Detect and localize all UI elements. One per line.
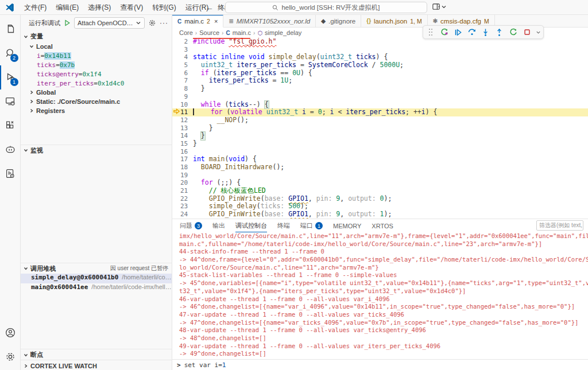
breadcrumb-item[interactable]: Core: [179, 29, 193, 36]
sidebar-item-search[interactable]: 2: [0, 41, 21, 65]
sidebar-item-explorer[interactable]: [0, 17, 21, 41]
gutter: [172, 172, 180, 180]
menu-item[interactable]: 查看(V): [115, 2, 148, 13]
code-line[interactable]: 22 GPIO_PinWrite(base: GPIO1, pin: 9, ou…: [172, 195, 588, 203]
start-debug-icon[interactable]: [64, 20, 71, 26]
line-number: 17: [180, 155, 193, 163]
code-editor[interactable]: 2#include "fsl_gpio.h"34static inline vo…: [172, 38, 588, 219]
code-line[interactable]: 11 for (volatile uint32_t i = 0; i < ite…: [172, 108, 588, 116]
step-out-icon[interactable]: [494, 28, 504, 37]
watch-section-header[interactable]: 监视: [21, 145, 172, 155]
code-line[interactable]: 12 __NOP();: [172, 116, 588, 124]
code-line[interactable]: 8 }: [172, 85, 588, 93]
breadcrumb-item[interactable]: Source: [199, 29, 219, 36]
code-line[interactable]: 6 if (iters_per_ticks == 0U) {: [172, 69, 588, 77]
files-icon: [4, 23, 17, 36]
console-line: imx/hello_world/Core/Source/main.c",line…: [179, 232, 588, 240]
breadcrumb-item[interactable]: simple_delay: [265, 29, 301, 36]
code-line[interactable]: 15}: [172, 140, 588, 148]
code-line[interactable]: 23 simple_delay(ticks: 500);: [172, 202, 588, 211]
code-line[interactable]: 9: [172, 93, 588, 101]
panel-filter-input[interactable]: 筛选器(例如 text, !exclude, ...: [536, 220, 583, 231]
line-number: 24: [180, 211, 193, 219]
sidebar-item-run-debug[interactable]: 1: [0, 65, 21, 89]
customize-layout-button[interactable]: [432, 2, 446, 11]
variable-row[interactable]: iters_per_ticks = 0x1d4c0: [21, 79, 172, 88]
variable-row[interactable]: i = 0x14b11: [21, 51, 172, 60]
gear-icon[interactable]: [148, 19, 156, 27]
code-line[interactable]: 3: [172, 46, 588, 54]
panel-tab-问题[interactable]: 问题3: [180, 219, 202, 232]
panel-tab-调试控制台[interactable]: 调试控制台: [235, 219, 267, 232]
watch-section: 监视: [21, 145, 172, 263]
tab-launch.json[interactable]: {}launch.json1, M: [361, 15, 427, 27]
more-actions-icon[interactable]: ···: [160, 19, 168, 27]
scope-global[interactable]: Global: [21, 88, 172, 97]
command-center-search[interactable]: hello_world [SSH: RV开发虚拟机]: [225, 2, 427, 13]
breadcrumb-item[interactable]: main.c: [233, 29, 251, 36]
cortex-live-watch-header[interactable]: CORTEX LIVE WATCH: [21, 360, 172, 370]
scope-local[interactable]: Local: [21, 42, 172, 51]
tab-main.c[interactable]: Cmain.c2×: [172, 15, 223, 28]
panel-tab-MEMORY[interactable]: MEMORY: [333, 219, 361, 232]
close-icon[interactable]: ×: [214, 18, 218, 25]
variable-row[interactable]: ticks = 0x7b: [21, 60, 172, 69]
gutter: [172, 85, 180, 93]
code-line[interactable]: 4static inline void simple_delay(uint32_…: [172, 53, 588, 61]
tab-.gitignore[interactable]: ◆.gitignore: [316, 15, 361, 27]
menu-item[interactable]: 文件(F): [20, 2, 51, 13]
scope-registers[interactable]: Registers: [21, 106, 172, 115]
settings-button[interactable]: [0, 345, 21, 369]
menu-item[interactable]: 转到(G): [148, 2, 180, 13]
tab-MIMXRT1052xxxx_nor.ld[interactable]: ≣MIMXRT1052xxxx_nor.ld: [223, 15, 316, 27]
stack-frame[interactable]: main@0x600041ee/home/taterli/code-imx/he…: [21, 283, 172, 293]
code-line[interactable]: 13 }: [172, 124, 588, 133]
breakpoints-section-header[interactable]: 断点: [21, 349, 172, 360]
more-chevron-icon[interactable]: [536, 30, 541, 35]
code-line[interactable]: 17int main(void) {: [172, 155, 588, 163]
restart-icon[interactable]: [508, 28, 518, 37]
debug-config-dropdown[interactable]: Attach OpenOCD (reset-r...: [74, 17, 145, 29]
call-stack-section-header[interactable]: 调用堆栈 因 user request 已暂停: [21, 263, 172, 274]
variable-value: 0x7b: [60, 61, 75, 69]
code-line[interactable]: 20 for (;;) {: [172, 179, 588, 187]
menu-item[interactable]: 编辑(E): [51, 2, 83, 13]
code-line[interactable]: 18 BOARD_InitHardware();: [172, 163, 588, 172]
gutter: [172, 179, 180, 187]
panel-tab-输出[interactable]: 输出: [212, 219, 225, 232]
panel-tab-终端[interactable]: 终端: [277, 219, 290, 232]
file-type-icon: ≣: [229, 18, 233, 24]
back-arrow-icon[interactable]: ←: [206, 3, 214, 12]
step-over-icon[interactable]: [467, 28, 477, 37]
scope-static[interactable]: Static: ./Core/Source/main.c: [21, 97, 172, 106]
sidebar-item-remote-explorer[interactable]: [0, 89, 21, 114]
code-line[interactable]: 5 uint32_t iters_per_ticks = SystemCoreC…: [172, 61, 588, 69]
code-line[interactable]: 14 }: [172, 132, 588, 140]
code-line[interactable]: 2#include "fsl_gpio.h": [172, 38, 588, 46]
menu-item[interactable]: 选择(S): [83, 2, 115, 13]
stop-icon[interactable]: [522, 28, 532, 37]
console-line: -> 45^done,variables=[{name="i",type="vo…: [179, 279, 588, 287]
step-into-icon[interactable]: [481, 28, 490, 37]
code-line[interactable]: 7 iters_per_ticks = 1U;: [172, 77, 588, 85]
stack-frame[interactable]: simple_delay@0x600041b0/home/taterli/cod…: [21, 274, 172, 283]
account-button[interactable]: [0, 321, 21, 345]
variable-row[interactable]: ticks@entry = 0x1f4: [21, 69, 172, 79]
reset-device-icon[interactable]: [439, 28, 449, 37]
sidebar-item-run-configurations[interactable]: [0, 162, 21, 186]
panel-tab-端口[interactable]: 端口1: [300, 219, 323, 232]
variables-section-header[interactable]: 变量: [21, 31, 172, 42]
debug-console[interactable]: imx/hello_world/Core/Source/main.c",line…: [172, 232, 588, 359]
scope-label: Global: [36, 89, 56, 96]
continue-icon[interactable]: [453, 28, 463, 37]
toolbar-grip[interactable]: [425, 28, 435, 37]
sidebar-item-extensions[interactable]: [0, 114, 21, 138]
code-line[interactable]: 16: [172, 148, 588, 156]
sidebar-item-copilot[interactable]: [0, 138, 21, 162]
code-line[interactable]: 24 GPIO_PinWrite(base: GPIO1, pin: 9, ou…: [172, 211, 588, 219]
code-line[interactable]: 19: [172, 172, 588, 180]
code-line[interactable]: 21 // 核心板蓝色LED: [172, 187, 588, 195]
panel-tab-XRTOS[interactable]: XRTOS: [372, 219, 393, 232]
code-line[interactable]: 10 while (ticks--) {: [172, 101, 588, 109]
debug-console-input[interactable]: > set var i=1: [172, 359, 588, 370]
